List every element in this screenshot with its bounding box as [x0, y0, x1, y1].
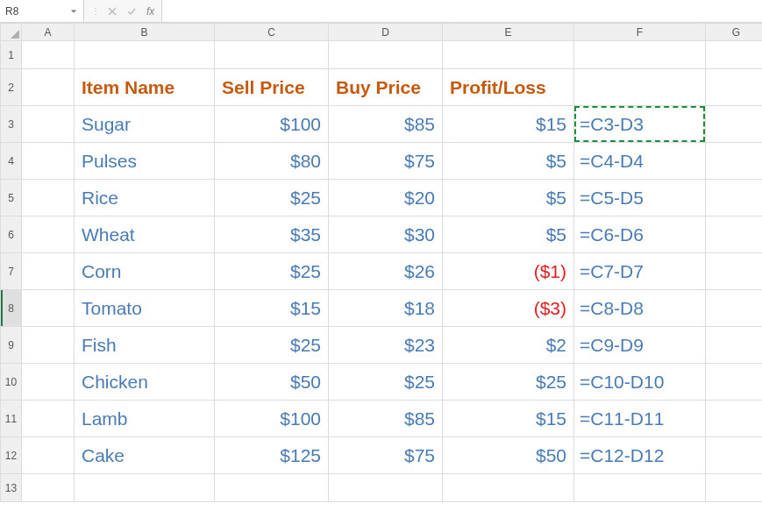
cell-C12[interactable]: $125: [215, 437, 329, 474]
cell-D9[interactable]: $23: [329, 327, 443, 364]
cell-A7[interactable]: [22, 253, 75, 290]
row-header[interactable]: 8: [1, 290, 22, 327]
cell-C8[interactable]: $15: [215, 290, 329, 327]
cell-G7[interactable]: [706, 253, 763, 290]
cell-B7[interactable]: Corn: [75, 253, 215, 290]
cell-A11[interactable]: [22, 401, 75, 437]
cell-C3[interactable]: $100: [215, 106, 329, 143]
cell-E12[interactable]: $50: [443, 437, 574, 474]
cell-B3[interactable]: Sugar: [75, 106, 215, 143]
cell-C9[interactable]: $25: [215, 327, 329, 364]
cell-G2[interactable]: [706, 69, 763, 106]
cell-A1[interactable]: [22, 41, 75, 69]
cell-E7[interactable]: ($1): [443, 253, 574, 290]
cell-C1[interactable]: [215, 41, 329, 69]
row-header[interactable]: 1: [1, 41, 22, 69]
cell-E8[interactable]: ($3): [443, 290, 574, 327]
cell-D13[interactable]: [329, 474, 443, 502]
cell-B9[interactable]: Fish: [75, 327, 215, 364]
fx-icon[interactable]: fx: [146, 5, 154, 18]
row-header[interactable]: 9: [1, 327, 22, 364]
cell-D6[interactable]: $30: [329, 216, 443, 253]
cell-D12[interactable]: $75: [329, 437, 443, 474]
cell-A5[interactable]: [22, 180, 75, 216]
cell-G13[interactable]: [706, 474, 763, 502]
cell-D11[interactable]: $85: [329, 401, 443, 437]
cell-B12[interactable]: Cake: [75, 437, 215, 474]
row-header[interactable]: 4: [1, 143, 22, 180]
cell-G3[interactable]: [706, 106, 763, 143]
cell-G6[interactable]: [706, 216, 763, 253]
cell-E2[interactable]: Profit/Loss: [443, 69, 574, 106]
cell-G10[interactable]: [706, 364, 763, 401]
row-header[interactable]: 13: [1, 474, 22, 502]
cell-G8[interactable]: [706, 290, 763, 327]
cell-C10[interactable]: $50: [215, 364, 329, 401]
cell-B1[interactable]: [75, 41, 215, 69]
cell-G1[interactable]: [706, 41, 763, 69]
cell-D10[interactable]: $25: [329, 364, 443, 401]
cell-E13[interactable]: [443, 474, 574, 502]
cell-B8[interactable]: Tomato: [75, 290, 215, 327]
cell-G9[interactable]: [706, 327, 763, 364]
cell-F12[interactable]: =C12-D12: [574, 437, 706, 474]
cell-E11[interactable]: $15: [443, 401, 574, 437]
cell-B13[interactable]: [75, 474, 215, 502]
cell-E4[interactable]: $5: [443, 143, 574, 180]
cell-F11[interactable]: =C11-D11: [574, 401, 706, 437]
cell-E10[interactable]: $25: [443, 364, 574, 401]
cell-A9[interactable]: [22, 327, 75, 364]
cell-B10[interactable]: Chicken: [75, 364, 215, 401]
cell-D1[interactable]: [329, 41, 443, 69]
row-header[interactable]: 11: [1, 401, 22, 437]
cell-F2[interactable]: [574, 69, 706, 106]
name-box[interactable]: R8: [0, 0, 84, 22]
cell-C6[interactable]: $35: [215, 216, 329, 253]
cell-G12[interactable]: [706, 437, 763, 474]
cell-B2[interactable]: Item Name: [75, 69, 215, 106]
cell-A8[interactable]: [22, 290, 75, 327]
formula-input[interactable]: [162, 0, 762, 22]
col-header[interactable]: G: [706, 24, 763, 41]
cell-F10[interactable]: =C10-D10: [574, 364, 706, 401]
col-header[interactable]: B: [75, 24, 215, 41]
cell-F7[interactable]: =C7-D7: [574, 253, 706, 290]
cell-F6[interactable]: =C6-D6: [574, 216, 706, 253]
cell-F1[interactable]: [574, 41, 706, 69]
cell-F3[interactable]: =C3-D3: [574, 106, 706, 143]
cell-G11[interactable]: [706, 401, 763, 437]
cell-F4[interactable]: =C4-D4: [574, 143, 706, 180]
cell-D2[interactable]: Buy Price: [329, 69, 443, 106]
cell-B11[interactable]: Lamb: [75, 401, 215, 437]
chevron-down-icon[interactable]: [69, 7, 78, 16]
col-header[interactable]: D: [329, 24, 443, 41]
cell-C2[interactable]: Sell Price: [215, 69, 329, 106]
cell-F13[interactable]: [574, 474, 706, 502]
cell-C7[interactable]: $25: [215, 253, 329, 290]
spreadsheet-grid[interactable]: A B C D E F G 12Item NameSell PriceBuy P…: [0, 23, 762, 502]
cell-C4[interactable]: $80: [215, 143, 329, 180]
cell-A12[interactable]: [22, 437, 75, 474]
cell-G4[interactable]: [706, 143, 763, 180]
row-header[interactable]: 3: [1, 106, 22, 143]
cell-A13[interactable]: [22, 474, 75, 502]
cell-A3[interactable]: [22, 106, 75, 143]
cell-A6[interactable]: [22, 216, 75, 253]
cell-E3[interactable]: $15: [443, 106, 574, 143]
cell-G5[interactable]: [706, 180, 763, 216]
cell-C5[interactable]: $25: [215, 180, 329, 216]
cell-B5[interactable]: Rice: [75, 180, 215, 216]
cell-D3[interactable]: $85: [329, 106, 443, 143]
col-header[interactable]: E: [443, 24, 574, 41]
cell-F8[interactable]: =C8-D8: [574, 290, 706, 327]
check-icon[interactable]: [125, 5, 138, 18]
cell-D4[interactable]: $75: [329, 143, 443, 180]
cancel-icon[interactable]: [106, 5, 118, 18]
cell-C11[interactable]: $100: [215, 401, 329, 437]
cell-B6[interactable]: Wheat: [75, 216, 215, 253]
row-header[interactable]: 10: [1, 364, 22, 401]
cell-A4[interactable]: [22, 143, 75, 180]
cell-F9[interactable]: =C9-D9: [574, 327, 706, 364]
cell-B4[interactable]: Pulses: [75, 143, 215, 180]
cell-D7[interactable]: $26: [329, 253, 443, 290]
